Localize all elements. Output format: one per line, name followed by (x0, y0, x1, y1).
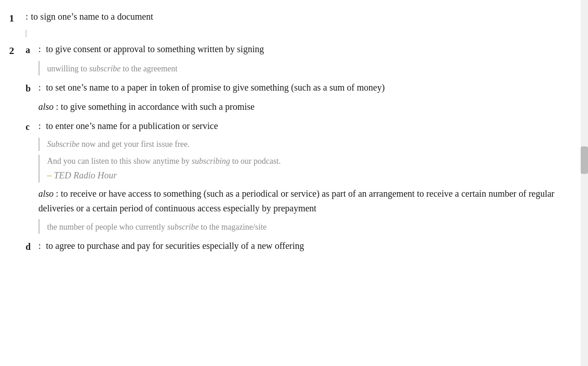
scrollbar-thumb[interactable] (581, 146, 588, 174)
also-2c-label: also (38, 188, 53, 199)
sense-2a-definition: : to give consent or approval to somethi… (38, 42, 570, 56)
sense-2c-definition: : to enter one’s name for a publication … (38, 118, 570, 133)
entry-2: 2 a : to give consent or approval to som… (9, 42, 570, 258)
sense-letter-d: d (26, 239, 37, 254)
sense-2c-text: to enter one’s name for a publication or… (46, 121, 218, 131)
example-2c-2: And you can listen to this show anytime … (38, 155, 570, 183)
also-2b-text: to give something in accordance with suc… (61, 102, 254, 112)
also-2c-colon: : (56, 188, 58, 199)
source-dash: – (47, 170, 52, 180)
example-2c-also-text: the number of people who currently subsc… (47, 222, 266, 231)
colon-2b: : (38, 82, 41, 92)
entry-1: 1 :to sign one’s name to a document (9, 9, 570, 26)
sense-2d: d : to agree to purchase and pay for sec… (26, 238, 570, 254)
sense-2d-definition: : to agree to purchase and pay for secur… (38, 238, 570, 253)
also-2c-text: to receive or have access to something (… (38, 188, 555, 213)
divider-line (26, 30, 26, 37)
sense-letter-a: a (26, 43, 37, 57)
entry-1-definition: :to sign one’s name to a document (26, 9, 570, 24)
example-2a: unwilling to subscribe to the agreement (38, 61, 570, 75)
example-2c-1-italic: Subscribe (47, 140, 79, 149)
colon-2d: : (38, 241, 41, 251)
section-divider (26, 30, 570, 37)
sense-2b-definition: : to set one’s name to a paper in token … (38, 80, 570, 95)
also-2b-colon: : (56, 102, 58, 112)
example-2c-2-text: And you can listen to this show anytime … (47, 155, 570, 168)
example-2a-italic: subscribe (89, 64, 121, 73)
sense-letter-c: c (26, 119, 37, 134)
entry-2-header: 2 a : to give consent or approval to som… (9, 42, 570, 258)
colon-2a: : (38, 44, 41, 54)
example-2c-also-italic: subscribe (167, 222, 199, 231)
entry-number-1: 1 (9, 9, 26, 26)
sense-2a-text: to give consent or approval to something… (46, 44, 264, 54)
sense-2c: c : to enter one’s name for a publicatio… (26, 118, 570, 134)
example-2a-text: unwilling to subscribe to the agreement (47, 64, 177, 73)
example-2c-1-text: Subscribe now and get your first issue f… (47, 138, 570, 151)
sense-2d-text: to agree to purchase and pay for securit… (46, 241, 304, 251)
sense-2b-text: to set one’s name to a paper in token of… (46, 82, 385, 92)
example-2c-1: Subscribe now and get your first issue f… (38, 138, 570, 151)
scrollbar[interactable] (581, 0, 588, 267)
source-name: TED Radio Hour (54, 170, 117, 180)
also-2b: also : to give something in accordance w… (38, 99, 570, 114)
entry-1-text: to sign one’s name to a document (31, 11, 154, 22)
entry-2-senses: a : to give consent or approval to somet… (26, 42, 570, 258)
colon-2c: : (38, 121, 41, 131)
also-2c: also : to receive or have access to some… (38, 186, 570, 215)
also-2b-label: also (38, 102, 53, 112)
entry-1-colon: : (26, 11, 28, 22)
source-line: – TED Radio Hour (47, 168, 570, 183)
example-2c-also: the number of people who currently subsc… (38, 219, 570, 234)
entry-number-2: 2 (9, 42, 26, 59)
sense-letter-b: b (26, 81, 37, 96)
sense-2a: a : to give consent or approval to somet… (26, 42, 570, 57)
example-2c-2-italic: subscribing (191, 156, 230, 166)
sense-2b: b : to set one’s name to a paper in toke… (26, 80, 570, 96)
